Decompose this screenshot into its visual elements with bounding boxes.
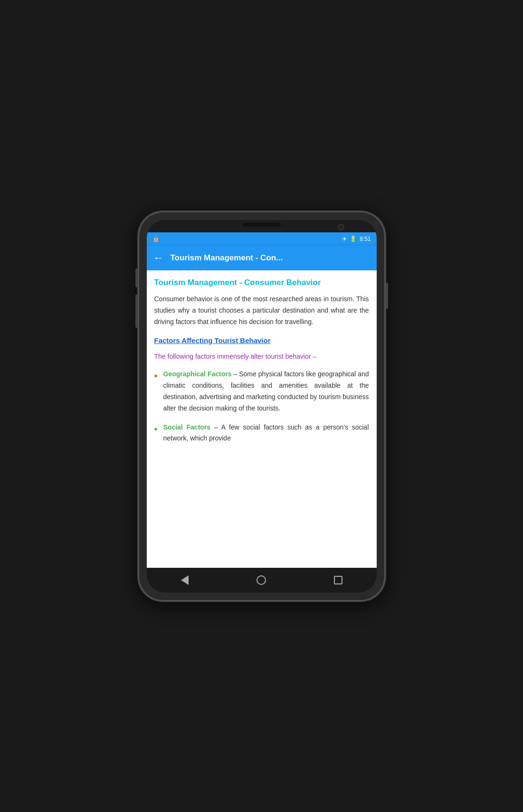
nav-home-button[interactable] bbox=[251, 570, 272, 591]
battery-icon: 🔋 bbox=[350, 236, 357, 242]
airplane-icon: ✈ bbox=[342, 236, 347, 242]
content-area[interactable]: Tourism Management - Consumer Behavior C… bbox=[147, 270, 377, 568]
volume-up-button[interactable] bbox=[135, 268, 138, 287]
power-button[interactable] bbox=[386, 283, 388, 309]
volume-down-button[interactable] bbox=[135, 295, 138, 328]
app-bar-title: Tourism Management - Con... bbox=[171, 253, 370, 263]
screen-area: 🤖 ✈ 🔋 8:51 ← Tourism Management - Con...… bbox=[147, 232, 377, 592]
home-circle-icon bbox=[257, 575, 266, 585]
geo-factor-content: Geographical Factors – Some physical fac… bbox=[163, 369, 369, 414]
list-item: • Social Factors – A few social factors … bbox=[154, 422, 369, 445]
geo-factor-name: Geographical Factors bbox=[163, 370, 232, 378]
status-bar: 🤖 ✈ 🔋 8:51 bbox=[147, 232, 377, 246]
recents-square-icon bbox=[334, 576, 342, 584]
bullet-dot-social: • bbox=[154, 422, 158, 436]
phone-device: 🤖 ✈ 🔋 8:51 ← Tourism Management - Con...… bbox=[138, 211, 385, 601]
nav-recents-button[interactable] bbox=[328, 570, 349, 591]
back-triangle-icon bbox=[181, 575, 189, 585]
bottom-navigation bbox=[147, 568, 377, 592]
intro-paragraph: Consumer behavior is one of the most res… bbox=[154, 294, 369, 327]
nav-back-button[interactable] bbox=[174, 570, 195, 591]
social-factor-name: Social Factors bbox=[163, 423, 211, 431]
app-bar: ← Tourism Management - Con... bbox=[147, 246, 377, 270]
sub-intro-text: The following factors immensely alter to… bbox=[154, 351, 369, 363]
section-heading: Factors Affecting Tourist Behavior bbox=[154, 336, 369, 344]
page-title: Tourism Management - Consumer Behavior bbox=[154, 277, 369, 288]
time-display: 8:51 bbox=[360, 236, 371, 242]
status-right-icons: ✈ 🔋 8:51 bbox=[342, 236, 371, 242]
bullet-dot-geo: • bbox=[154, 369, 158, 382]
android-icon: 🤖 bbox=[152, 236, 160, 242]
phone-screen: 🤖 ✈ 🔋 8:51 ← Tourism Management - Con...… bbox=[147, 220, 377, 592]
social-factor-content: Social Factors – A few social factors su… bbox=[163, 422, 369, 445]
front-camera bbox=[338, 224, 344, 230]
factors-list: • Geographical Factors – Some physical f… bbox=[154, 369, 369, 444]
status-left-icons: 🤖 bbox=[152, 236, 160, 242]
back-button[interactable]: ← bbox=[153, 252, 164, 264]
speaker-grill bbox=[243, 223, 281, 227]
list-item: • Geographical Factors – Some physical f… bbox=[154, 369, 369, 414]
